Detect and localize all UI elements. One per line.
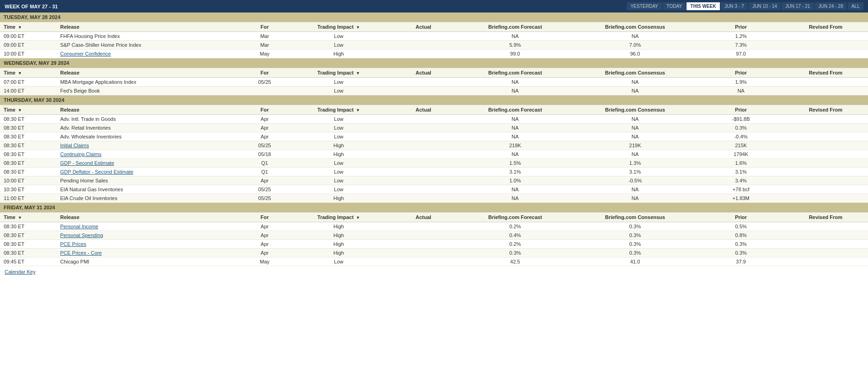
week-label: WEEK OF MAY 27 - 31 bbox=[5, 4, 58, 9]
table-row: 08:30 ETAdv. Retail InventoriesAprLowNAN… bbox=[0, 124, 868, 132]
cell-bfc: 42.5 bbox=[459, 257, 572, 266]
cell-time: 08:30 ET bbox=[0, 249, 56, 257]
cell-actual bbox=[388, 115, 458, 124]
cell-release: Chicago PMI bbox=[56, 257, 240, 266]
table-row: 10:00 ETPending Home SalesAprLow1.0%-0.5… bbox=[0, 176, 868, 185]
cell-time: 10:30 ET bbox=[0, 185, 56, 194]
release-link[interactable]: PCE Prices bbox=[60, 241, 86, 247]
nav-btn-today[interactable]: TODAY bbox=[663, 2, 686, 10]
cell-revised bbox=[783, 50, 868, 58]
nav-btn-yesterday[interactable]: YESTERDAY bbox=[627, 2, 662, 10]
cell-release[interactable]: Personal Income bbox=[56, 222, 240, 231]
cell-for: Apr bbox=[240, 240, 289, 249]
sort-arrow: ▼ bbox=[18, 71, 22, 75]
footer: Calendar Key bbox=[0, 266, 868, 277]
cell-revised bbox=[783, 159, 868, 168]
release-link[interactable]: Initial Claims bbox=[60, 143, 89, 148]
col-header-release: Release bbox=[56, 68, 240, 78]
day-header-0: TUESDAY, MAY 28 2024 bbox=[0, 13, 868, 22]
cell-bcc: NA bbox=[572, 115, 699, 124]
table-row: 09:00 ETFHFA Housing Price IndexMarLowNA… bbox=[0, 32, 868, 41]
release-link[interactable]: PCE Prices - Core bbox=[60, 250, 102, 256]
col-header-for: For bbox=[240, 68, 289, 78]
cell-release[interactable]: PCE Prices - Core bbox=[56, 249, 240, 257]
release-link[interactable]: Consumer Confidence bbox=[60, 51, 111, 56]
cell-actual bbox=[388, 87, 458, 95]
cell-prior: 7.3% bbox=[699, 41, 783, 50]
day-header-1: WEDNESDAY, MAY 29 2024 bbox=[0, 58, 868, 68]
cell-impact: Low bbox=[289, 168, 388, 176]
cell-prior: 97.0 bbox=[699, 50, 783, 58]
cell-bcc: NA bbox=[572, 78, 699, 87]
cell-release[interactable]: GDP - Second Estimate bbox=[56, 159, 240, 168]
release-link[interactable]: GDP - Second Estimate bbox=[60, 160, 114, 166]
col-header-release: Release bbox=[56, 22, 240, 32]
col-header-prior: Prior bbox=[699, 22, 783, 32]
cell-time: 08:30 ET bbox=[0, 124, 56, 132]
cell-actual bbox=[388, 194, 458, 203]
cell-actual bbox=[388, 124, 458, 132]
cell-release[interactable]: Consumer Confidence bbox=[56, 50, 240, 58]
table-row: 09:00 ETS&P Case-Shiller Home Price Inde… bbox=[0, 41, 868, 50]
cell-prior: 37.9 bbox=[699, 257, 783, 266]
col-header-briefing-com-forecast: Briefing.com Forecast bbox=[459, 213, 572, 222]
cell-release[interactable]: PCE Prices bbox=[56, 240, 240, 249]
cell-time: 09:45 ET bbox=[0, 257, 56, 266]
nav-btn-all[interactable]: ALL bbox=[848, 2, 863, 10]
cell-release[interactable]: GDP Deflator - Second Estimate bbox=[56, 168, 240, 176]
cell-bcc: NA bbox=[572, 124, 699, 132]
cell-prior: 0.3% bbox=[699, 124, 783, 132]
release-link[interactable]: Personal Spending bbox=[60, 232, 103, 238]
cell-prior: 3.4% bbox=[699, 176, 783, 185]
day-section-3: FRIDAY, MAY 31 2024Time ▼ReleaseForTradi… bbox=[0, 203, 868, 266]
cell-actual bbox=[388, 249, 458, 257]
nav-btn-jun-17---21[interactable]: JUN 17 - 21 bbox=[781, 2, 813, 10]
nav-btn-jun-24---28[interactable]: JUN 24 - 28 bbox=[815, 2, 847, 10]
release-link[interactable]: Personal Income bbox=[60, 224, 99, 229]
col-header-revised-from: Revised From bbox=[783, 22, 868, 32]
cell-release[interactable]: Initial Claims bbox=[56, 141, 240, 150]
nav-btn-jun-10---14[interactable]: JUN 10 - 14 bbox=[749, 2, 781, 10]
cell-bcc: NA bbox=[572, 150, 699, 159]
cell-bfc: NA bbox=[459, 87, 572, 95]
release-link[interactable]: GDP Deflator - Second Estimate bbox=[60, 169, 133, 175]
cell-bcc: NA bbox=[572, 87, 699, 95]
cell-impact: High bbox=[289, 222, 388, 231]
cell-impact: High bbox=[289, 50, 388, 58]
cell-for: Q1 bbox=[240, 168, 289, 176]
release-link[interactable]: Continuing Claims bbox=[60, 151, 101, 157]
table-row: 10:30 ETEIA Natural Gas Inventories05/25… bbox=[0, 185, 868, 194]
col-header-time: Time ▼ bbox=[0, 22, 56, 32]
cell-time: 11:00 ET bbox=[0, 194, 56, 203]
cell-for: Q1 bbox=[240, 159, 289, 168]
cell-impact: Low bbox=[289, 115, 388, 124]
cell-release[interactable]: Personal Spending bbox=[56, 231, 240, 240]
cell-release[interactable]: Continuing Claims bbox=[56, 150, 240, 159]
table-row: 08:30 ETPersonal IncomeAprHigh0.2%0.3%0.… bbox=[0, 222, 868, 231]
nav-btn-jun-3---7[interactable]: JUN 3 - 7 bbox=[721, 2, 748, 10]
cell-for: Mar bbox=[240, 32, 289, 41]
cell-prior: +78 bcf bbox=[699, 185, 783, 194]
table-row: 14:00 ETFed's Beige BookLowNANANA bbox=[0, 87, 868, 95]
cell-impact: Low bbox=[289, 78, 388, 87]
cell-bcc: NA bbox=[572, 32, 699, 41]
cell-impact: High bbox=[289, 141, 388, 150]
cell-time: 08:30 ET bbox=[0, 141, 56, 150]
calendar-key-link[interactable]: Calendar Key bbox=[5, 269, 36, 275]
cell-for: Apr bbox=[240, 176, 289, 185]
nav-btn-this-week[interactable]: THIS WEEK bbox=[687, 2, 720, 10]
col-header-briefing-com-forecast: Briefing.com Forecast bbox=[459, 22, 572, 32]
cell-actual bbox=[388, 222, 458, 231]
cell-impact: Low bbox=[289, 124, 388, 132]
cell-bfc: NA bbox=[459, 115, 572, 124]
cell-prior: +1.83M bbox=[699, 194, 783, 203]
cell-release: Adv. Intl. Trade in Goods bbox=[56, 115, 240, 124]
cell-revised bbox=[783, 141, 868, 150]
cell-bfc: NA bbox=[459, 132, 572, 141]
cell-actual bbox=[388, 257, 458, 266]
table-row: 08:30 ETGDP - Second EstimateQ1Low1.5%1.… bbox=[0, 159, 868, 168]
cell-for: 05/25 bbox=[240, 185, 289, 194]
cell-bcc: 0.3% bbox=[572, 249, 699, 257]
cell-actual bbox=[388, 50, 458, 58]
col-header-for: For bbox=[240, 213, 289, 222]
